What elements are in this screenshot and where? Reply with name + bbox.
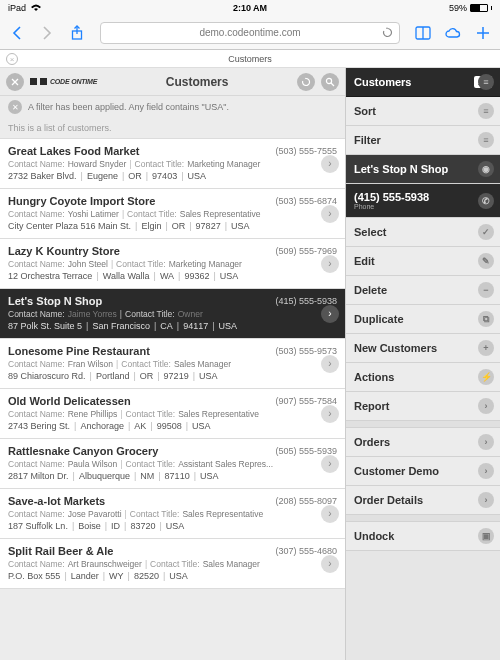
url-bar[interactable]: demo.codeontime.com bbox=[100, 22, 400, 44]
customer-item[interactable]: Lazy K Kountry Store(509) 555-7969 Conta… bbox=[0, 239, 345, 289]
panel-selected-header[interactable]: Let's Stop N Shop◉ bbox=[346, 155, 500, 184]
customer-item[interactable]: Rattlesnake Canyon Grocery(505) 555-5939… bbox=[0, 439, 345, 489]
menu-icon: ≡ bbox=[478, 74, 494, 90]
cloud-button[interactable] bbox=[442, 22, 464, 44]
side-panel: Customers13≡Sort≡Filter≡Let's Stop N Sho… bbox=[345, 68, 500, 660]
phone-icon: ✆ bbox=[478, 193, 494, 209]
chevron-right-icon[interactable]: › bbox=[321, 155, 339, 173]
panel-row[interactable]: Select✓ bbox=[346, 218, 500, 247]
filter-bar: ✕ A filter has been applied. Any field c… bbox=[0, 96, 345, 118]
delete-icon: − bbox=[478, 282, 494, 298]
forward-button[interactable] bbox=[36, 22, 58, 44]
reload-icon[interactable] bbox=[382, 27, 393, 38]
panel-row[interactable]: Undock▣ bbox=[346, 522, 500, 551]
page-title-bar: × Customers bbox=[0, 50, 500, 68]
main-header: CODE ONTIME Customers bbox=[0, 68, 345, 96]
panel-row[interactable]: Actions⚡ bbox=[346, 363, 500, 392]
panel-row[interactable]: Orders› bbox=[346, 428, 500, 457]
plus-icon: + bbox=[478, 340, 494, 356]
new-tab-button[interactable] bbox=[472, 22, 494, 44]
panel-row[interactable]: Delete− bbox=[346, 276, 500, 305]
svg-line-9 bbox=[15, 82, 18, 85]
menu-button[interactable] bbox=[6, 73, 24, 91]
customer-item[interactable]: Save-a-lot Markets(208) 555-8097 Contact… bbox=[0, 489, 345, 539]
svg-line-6 bbox=[12, 79, 15, 82]
customer-item[interactable]: Split Rail Beer & Ale(307) 555-4680 Cont… bbox=[0, 539, 345, 589]
back-button[interactable] bbox=[6, 22, 28, 44]
panel-phone-row[interactable]: (415) 555-5938Phone✆ bbox=[346, 184, 500, 218]
chevron-icon: › bbox=[478, 434, 494, 450]
chevron-right-icon[interactable]: › bbox=[321, 255, 339, 273]
customer-item[interactable]: Let's Stop N Shop(415) 555-5938 Contact … bbox=[0, 289, 345, 339]
edit-icon: ✎ bbox=[478, 253, 494, 269]
panel-row[interactable]: Sort≡ bbox=[346, 97, 500, 126]
clear-filter-icon[interactable]: ✕ bbox=[8, 100, 22, 114]
panel-row[interactable]: Order Details› bbox=[346, 486, 500, 515]
panel-row[interactable]: Report› bbox=[346, 392, 500, 421]
refresh-button[interactable] bbox=[297, 73, 315, 91]
dock-icon: ▣ bbox=[478, 528, 494, 544]
chevron-right-icon[interactable]: › bbox=[321, 305, 339, 323]
search-button[interactable] bbox=[321, 73, 339, 91]
flash-icon: ⚡ bbox=[478, 369, 494, 385]
app-logo: CODE ONTIME bbox=[30, 78, 97, 85]
customer-item[interactable]: Hungry Coyote Import Store(503) 555-6874… bbox=[0, 189, 345, 239]
panel-row[interactable]: Customer Demo› bbox=[346, 457, 500, 486]
chevron-right-icon[interactable]: › bbox=[321, 455, 339, 473]
eye-icon: ◉ bbox=[478, 161, 494, 177]
chevron-icon: › bbox=[478, 492, 494, 508]
close-icon[interactable]: × bbox=[6, 53, 18, 65]
chevron-icon: › bbox=[478, 463, 494, 479]
panel-row[interactable]: Edit✎ bbox=[346, 247, 500, 276]
view-title: Customers bbox=[103, 75, 291, 89]
chevron-right-icon[interactable]: › bbox=[321, 205, 339, 223]
status-bar: iPad 2:10 AM 59% bbox=[0, 0, 500, 16]
chevron-right-icon[interactable]: › bbox=[321, 505, 339, 523]
share-button[interactable] bbox=[66, 22, 88, 44]
svg-line-7 bbox=[15, 79, 18, 82]
panel-row[interactable]: Filter≡ bbox=[346, 126, 500, 155]
svg-point-10 bbox=[326, 78, 331, 83]
duplicate-icon: ⧉ bbox=[478, 311, 494, 327]
clock: 2:10 AM bbox=[0, 3, 500, 13]
customer-list: Great Lakes Food Market(503) 555-7555 Co… bbox=[0, 139, 345, 660]
svg-line-8 bbox=[12, 82, 15, 85]
panel-row[interactable]: New Customers+ bbox=[346, 334, 500, 363]
main-panel: CODE ONTIME Customers ✕ A filter has bee… bbox=[0, 68, 345, 660]
list-hint: This is a list of customers. bbox=[0, 118, 345, 139]
panel-row[interactable]: Customers13≡ bbox=[346, 68, 500, 97]
customer-item[interactable]: Lonesome Pine Restaurant(503) 555-9573 C… bbox=[0, 339, 345, 389]
chevron-icon: › bbox=[478, 398, 494, 414]
chevron-right-icon[interactable]: › bbox=[321, 555, 339, 573]
svg-line-11 bbox=[331, 83, 334, 86]
browser-toolbar: demo.codeontime.com bbox=[0, 16, 500, 50]
check-icon: ✓ bbox=[478, 224, 494, 240]
bookmarks-button[interactable] bbox=[412, 22, 434, 44]
customer-item[interactable]: Old World Delicatessen(907) 555-7584 Con… bbox=[0, 389, 345, 439]
chevron-right-icon[interactable]: › bbox=[321, 355, 339, 373]
chevron-right-icon[interactable]: › bbox=[321, 405, 339, 423]
menu-icon: ≡ bbox=[478, 103, 494, 119]
panel-row[interactable]: Duplicate⧉ bbox=[346, 305, 500, 334]
menu-icon: ≡ bbox=[478, 132, 494, 148]
customer-item[interactable]: Great Lakes Food Market(503) 555-7555 Co… bbox=[0, 139, 345, 189]
